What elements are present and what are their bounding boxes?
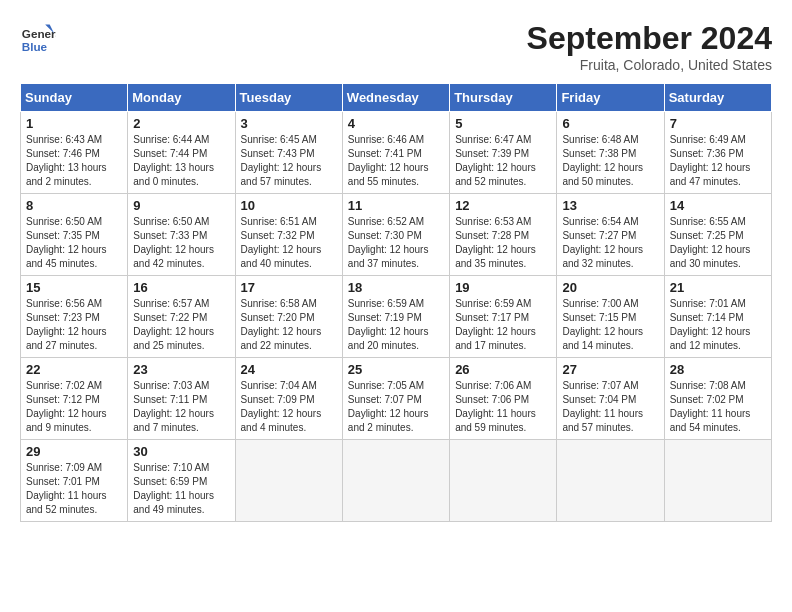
day-info: Sunrise: 7:06 AMSunset: 7:06 PMDaylight:… [455,379,551,435]
day-header-tuesday: Tuesday [235,84,342,112]
calendar-cell: 29Sunrise: 7:09 AMSunset: 7:01 PMDayligh… [21,440,128,522]
calendar-cell: 12Sunrise: 6:53 AMSunset: 7:28 PMDayligh… [450,194,557,276]
day-number: 7 [670,116,766,131]
calendar-cell [342,440,449,522]
day-number: 10 [241,198,337,213]
day-number: 3 [241,116,337,131]
day-info: Sunrise: 7:07 AMSunset: 7:04 PMDaylight:… [562,379,658,435]
day-info: Sunrise: 7:10 AMSunset: 6:59 PMDaylight:… [133,461,229,517]
calendar-cell: 25Sunrise: 7:05 AMSunset: 7:07 PMDayligh… [342,358,449,440]
day-info: Sunrise: 7:05 AMSunset: 7:07 PMDaylight:… [348,379,444,435]
calendar-cell [664,440,771,522]
svg-text:Blue: Blue [22,40,48,53]
location-subtitle: Fruita, Colorado, United States [527,57,772,73]
day-number: 1 [26,116,122,131]
calendar-cell: 27Sunrise: 7:07 AMSunset: 7:04 PMDayligh… [557,358,664,440]
calendar-cell: 23Sunrise: 7:03 AMSunset: 7:11 PMDayligh… [128,358,235,440]
day-number: 16 [133,280,229,295]
calendar-cell: 13Sunrise: 6:54 AMSunset: 7:27 PMDayligh… [557,194,664,276]
day-info: Sunrise: 7:09 AMSunset: 7:01 PMDaylight:… [26,461,122,517]
day-info: Sunrise: 7:04 AMSunset: 7:09 PMDaylight:… [241,379,337,435]
day-number: 14 [670,198,766,213]
calendar-cell: 18Sunrise: 6:59 AMSunset: 7:19 PMDayligh… [342,276,449,358]
day-number: 13 [562,198,658,213]
day-info: Sunrise: 6:52 AMSunset: 7:30 PMDaylight:… [348,215,444,271]
day-info: Sunrise: 6:44 AMSunset: 7:44 PMDaylight:… [133,133,229,189]
calendar-cell: 3Sunrise: 6:45 AMSunset: 7:43 PMDaylight… [235,112,342,194]
day-info: Sunrise: 6:55 AMSunset: 7:25 PMDaylight:… [670,215,766,271]
calendar-cell: 5Sunrise: 6:47 AMSunset: 7:39 PMDaylight… [450,112,557,194]
logo: General Blue [20,20,56,56]
day-info: Sunrise: 6:57 AMSunset: 7:22 PMDaylight:… [133,297,229,353]
day-info: Sunrise: 6:59 AMSunset: 7:17 PMDaylight:… [455,297,551,353]
day-info: Sunrise: 6:46 AMSunset: 7:41 PMDaylight:… [348,133,444,189]
day-info: Sunrise: 6:43 AMSunset: 7:46 PMDaylight:… [26,133,122,189]
calendar-week-5: 29Sunrise: 7:09 AMSunset: 7:01 PMDayligh… [21,440,772,522]
day-info: Sunrise: 6:54 AMSunset: 7:27 PMDaylight:… [562,215,658,271]
calendar-week-1: 1Sunrise: 6:43 AMSunset: 7:46 PMDaylight… [21,112,772,194]
day-info: Sunrise: 6:51 AMSunset: 7:32 PMDaylight:… [241,215,337,271]
day-number: 21 [670,280,766,295]
calendar-cell: 9Sunrise: 6:50 AMSunset: 7:33 PMDaylight… [128,194,235,276]
day-info: Sunrise: 6:56 AMSunset: 7:23 PMDaylight:… [26,297,122,353]
day-info: Sunrise: 6:50 AMSunset: 7:33 PMDaylight:… [133,215,229,271]
calendar-cell: 22Sunrise: 7:02 AMSunset: 7:12 PMDayligh… [21,358,128,440]
day-header-sunday: Sunday [21,84,128,112]
calendar-cell [235,440,342,522]
day-number: 24 [241,362,337,377]
calendar-cell: 26Sunrise: 7:06 AMSunset: 7:06 PMDayligh… [450,358,557,440]
day-info: Sunrise: 6:50 AMSunset: 7:35 PMDaylight:… [26,215,122,271]
calendar-cell: 20Sunrise: 7:00 AMSunset: 7:15 PMDayligh… [557,276,664,358]
calendar-cell: 28Sunrise: 7:08 AMSunset: 7:02 PMDayligh… [664,358,771,440]
day-number: 29 [26,444,122,459]
day-number: 11 [348,198,444,213]
calendar-table: SundayMondayTuesdayWednesdayThursdayFrid… [20,83,772,522]
day-info: Sunrise: 7:02 AMSunset: 7:12 PMDaylight:… [26,379,122,435]
calendar-cell: 15Sunrise: 6:56 AMSunset: 7:23 PMDayligh… [21,276,128,358]
day-number: 2 [133,116,229,131]
day-number: 8 [26,198,122,213]
day-number: 25 [348,362,444,377]
calendar-cell: 11Sunrise: 6:52 AMSunset: 7:30 PMDayligh… [342,194,449,276]
calendar-cell: 2Sunrise: 6:44 AMSunset: 7:44 PMDaylight… [128,112,235,194]
day-info: Sunrise: 7:01 AMSunset: 7:14 PMDaylight:… [670,297,766,353]
calendar-cell: 14Sunrise: 6:55 AMSunset: 7:25 PMDayligh… [664,194,771,276]
day-info: Sunrise: 7:00 AMSunset: 7:15 PMDaylight:… [562,297,658,353]
day-number: 19 [455,280,551,295]
calendar-cell: 17Sunrise: 6:58 AMSunset: 7:20 PMDayligh… [235,276,342,358]
day-number: 12 [455,198,551,213]
calendar-cell: 24Sunrise: 7:04 AMSunset: 7:09 PMDayligh… [235,358,342,440]
day-number: 23 [133,362,229,377]
day-header-monday: Monday [128,84,235,112]
calendar-cell [450,440,557,522]
day-info: Sunrise: 7:08 AMSunset: 7:02 PMDaylight:… [670,379,766,435]
calendar-cell: 16Sunrise: 6:57 AMSunset: 7:22 PMDayligh… [128,276,235,358]
calendar-header-row: SundayMondayTuesdayWednesdayThursdayFrid… [21,84,772,112]
calendar-cell: 8Sunrise: 6:50 AMSunset: 7:35 PMDaylight… [21,194,128,276]
calendar-cell: 6Sunrise: 6:48 AMSunset: 7:38 PMDaylight… [557,112,664,194]
day-number: 15 [26,280,122,295]
calendar-cell: 7Sunrise: 6:49 AMSunset: 7:36 PMDaylight… [664,112,771,194]
day-info: Sunrise: 6:59 AMSunset: 7:19 PMDaylight:… [348,297,444,353]
day-info: Sunrise: 6:48 AMSunset: 7:38 PMDaylight:… [562,133,658,189]
title-section: September 2024 Fruita, Colorado, United … [527,20,772,73]
day-number: 20 [562,280,658,295]
calendar-cell: 21Sunrise: 7:01 AMSunset: 7:14 PMDayligh… [664,276,771,358]
day-info: Sunrise: 7:03 AMSunset: 7:11 PMDaylight:… [133,379,229,435]
calendar-week-3: 15Sunrise: 6:56 AMSunset: 7:23 PMDayligh… [21,276,772,358]
month-title: September 2024 [527,20,772,57]
calendar-week-2: 8Sunrise: 6:50 AMSunset: 7:35 PMDaylight… [21,194,772,276]
calendar-cell: 4Sunrise: 6:46 AMSunset: 7:41 PMDaylight… [342,112,449,194]
day-info: Sunrise: 6:49 AMSunset: 7:36 PMDaylight:… [670,133,766,189]
day-header-friday: Friday [557,84,664,112]
logo-icon: General Blue [20,20,56,56]
calendar-week-4: 22Sunrise: 7:02 AMSunset: 7:12 PMDayligh… [21,358,772,440]
day-header-thursday: Thursday [450,84,557,112]
day-number: 18 [348,280,444,295]
day-number: 28 [670,362,766,377]
day-header-wednesday: Wednesday [342,84,449,112]
calendar-cell: 30Sunrise: 7:10 AMSunset: 6:59 PMDayligh… [128,440,235,522]
day-number: 5 [455,116,551,131]
day-number: 27 [562,362,658,377]
day-number: 26 [455,362,551,377]
